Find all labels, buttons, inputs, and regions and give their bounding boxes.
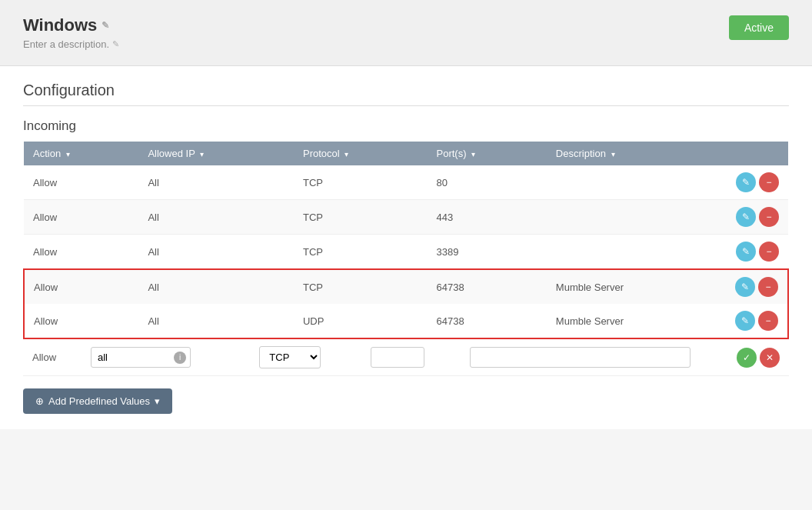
- new-row-action-cell: Allow: [23, 339, 85, 376]
- edit-row-button[interactable]: ✎: [736, 242, 756, 262]
- cell-action: Allow: [24, 269, 138, 304]
- new-row-desc-cell: [464, 339, 697, 376]
- add-predefined-label: Add Predefined Values: [48, 395, 150, 407]
- col-ports[interactable]: Port(s) ▾: [427, 142, 546, 165]
- desc-text: Enter a description.: [23, 38, 109, 50]
- col-description[interactable]: Description ▾: [547, 142, 727, 165]
- header-left: Windows ✎ Enter a description. ✎: [23, 15, 119, 50]
- cell-description: [547, 235, 727, 270]
- new-row-port-cell: [364, 339, 464, 376]
- configuration-title: Configuration: [23, 82, 789, 106]
- cell-protocol: TCP: [294, 165, 428, 200]
- col-action[interactable]: Action ▾: [24, 142, 138, 165]
- desc-edit-icon[interactable]: ✎: [112, 39, 119, 49]
- sort-ip-icon: ▾: [200, 150, 204, 158]
- cell-protocol: TCP: [294, 235, 428, 270]
- cell-ports: 3389: [427, 235, 546, 270]
- remove-row-button[interactable]: −: [758, 277, 778, 297]
- col-allowed-ip[interactable]: Allowed IP ▾: [138, 142, 294, 165]
- cell-allowed-ip: All: [138, 304, 294, 338]
- page-description: Enter a description. ✎: [23, 38, 119, 50]
- info-icon[interactable]: i: [174, 352, 186, 364]
- port-input[interactable]: [371, 347, 424, 368]
- firewall-table: Action ▾ Allowed IP ▾ Protocol ▾ Port(s)…: [23, 142, 789, 339]
- row-actions-cell: ✎ −: [726, 165, 788, 200]
- add-predefined-plus-icon: ⊕: [35, 395, 44, 407]
- sort-protocol-icon: ▾: [344, 150, 348, 158]
- cell-description: [547, 200, 727, 235]
- table-row: AllowAllTCP64738Mumble Server✎ −: [24, 269, 788, 304]
- sort-action-icon: ▾: [66, 150, 70, 158]
- row-actions-cell: ✎ −: [726, 235, 788, 270]
- new-row-ip-cell: i: [85, 339, 253, 376]
- new-row-action-label: Allow: [32, 352, 56, 363]
- edit-row-button[interactable]: ✎: [736, 172, 756, 192]
- cell-ports: 64738: [427, 304, 546, 338]
- remove-row-button[interactable]: −: [759, 207, 779, 227]
- add-predefined-button[interactable]: ⊕ Add Predefined Values ▾: [23, 388, 172, 414]
- title-edit-icon[interactable]: ✎: [102, 20, 109, 31]
- cell-protocol: TCP: [294, 200, 428, 235]
- cell-protocol: TCP: [294, 269, 428, 304]
- edit-row-button[interactable]: ✎: [735, 311, 755, 331]
- new-row: Allow i TCP UDP: [23, 339, 789, 376]
- incoming-title: Incoming: [23, 118, 789, 134]
- cell-allowed-ip: All: [138, 165, 294, 200]
- cell-description: [547, 165, 727, 200]
- remove-row-button[interactable]: −: [758, 311, 778, 331]
- cell-allowed-ip: All: [138, 235, 294, 270]
- page-title: Windows ✎: [23, 15, 119, 35]
- new-row-protocol-cell: TCP UDP: [253, 339, 364, 376]
- row-actions-cell: ✎ −: [726, 269, 788, 304]
- table-row: AllowAllTCP3389✎ −: [24, 235, 788, 270]
- cell-protocol: UDP: [294, 304, 428, 338]
- edit-row-button[interactable]: ✎: [735, 277, 755, 297]
- cancel-button[interactable]: ✕: [760, 348, 780, 368]
- cell-description: Mumble Server: [547, 269, 727, 304]
- add-predefined-dropdown-icon: ▾: [155, 395, 160, 407]
- cell-ports: 64738: [427, 269, 546, 304]
- cell-ports: 443: [427, 200, 546, 235]
- remove-row-button[interactable]: −: [759, 172, 779, 192]
- cell-description: Mumble Server: [547, 304, 727, 338]
- active-button[interactable]: Active: [729, 15, 789, 40]
- protocol-select[interactable]: TCP UDP: [259, 346, 321, 368]
- table-row: AllowAllTCP80✎ −: [24, 165, 788, 200]
- cell-allowed-ip: All: [138, 200, 294, 235]
- cell-action: Allow: [24, 165, 138, 200]
- ip-input-wrapper: i: [91, 347, 191, 368]
- cell-allowed-ip: All: [138, 269, 294, 304]
- table-row: AllowAllTCP443✎ −: [24, 200, 788, 235]
- col-protocol[interactable]: Protocol ▾: [294, 142, 428, 165]
- title-text: Windows: [23, 15, 97, 35]
- cell-action: Allow: [24, 200, 138, 235]
- sort-ports-icon: ▾: [471, 150, 475, 158]
- col-actions-header: [726, 142, 788, 165]
- sort-desc-icon: ▾: [611, 150, 615, 158]
- table-row: AllowAllUDP64738Mumble Server✎ −: [24, 304, 788, 338]
- main-content: Configuration Incoming Action ▾ Allowed …: [0, 66, 812, 429]
- cell-ports: 80: [427, 165, 546, 200]
- remove-row-button[interactable]: −: [759, 242, 779, 262]
- cell-action: Allow: [24, 304, 138, 338]
- row-actions-cell: ✎ −: [726, 200, 788, 235]
- new-row-actions-cell: ✓ ✕: [697, 339, 789, 376]
- table-header-row: Action ▾ Allowed IP ▾ Protocol ▾ Port(s)…: [24, 142, 788, 165]
- page-header: Windows ✎ Enter a description. ✎ Active: [0, 0, 812, 66]
- cell-action: Allow: [24, 235, 138, 270]
- edit-row-button[interactable]: ✎: [736, 207, 756, 227]
- desc-input[interactable]: [470, 347, 691, 368]
- confirm-button[interactable]: ✓: [737, 348, 757, 368]
- row-actions-cell: ✎ −: [726, 304, 788, 338]
